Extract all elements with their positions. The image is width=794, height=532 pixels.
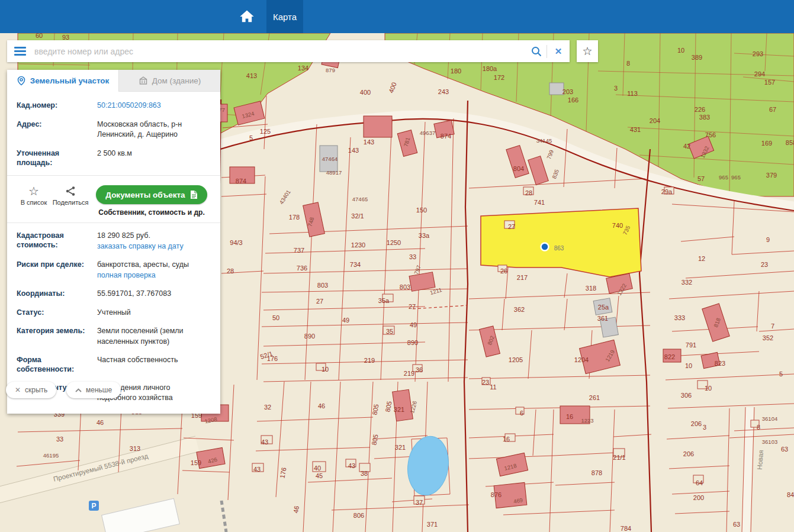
field-status: Статус: Учтенный bbox=[7, 304, 220, 323]
tab-map[interactable]: Карта bbox=[266, 0, 303, 33]
field-label: Кад.номер: bbox=[17, 101, 97, 111]
field-label: Уточненная площадь: bbox=[17, 149, 97, 168]
docs-column: Документы объекта Собственник, стоимость… bbox=[89, 185, 214, 217]
field-value: Учтенный bbox=[97, 308, 211, 318]
tab-building[interactable]: Дом (здание) bbox=[118, 70, 220, 92]
field-value: Частная собственность bbox=[97, 355, 211, 375]
docs-sub-label: Собственник, стоимость и др. bbox=[98, 208, 204, 217]
field-area: Уточненная площадь: 2 500 кв.м bbox=[7, 144, 220, 172]
cost-value: 18 290 825 руб. bbox=[97, 231, 150, 240]
object-info-panel: Земельный участок Дом (здание) Кад.номер… bbox=[7, 70, 220, 414]
field-cad-number: Кад.номер: 50:21:0050209:863 bbox=[7, 96, 220, 115]
clear-icon[interactable]: ✕ bbox=[547, 46, 570, 57]
add-to-list-button[interactable]: ☆ В список bbox=[15, 185, 52, 206]
field-label: Координаты: bbox=[17, 289, 97, 299]
tab-land-parcel[interactable]: Земельный участок bbox=[7, 70, 118, 92]
field-label: Адрес: bbox=[17, 120, 97, 140]
field-value: 55.591701, 37.767083 bbox=[97, 289, 211, 299]
field-label: Кадастровая стоимость: bbox=[17, 231, 97, 252]
hide-panel-button[interactable]: ✕ скрыть bbox=[6, 382, 56, 398]
favorites-button[interactable]: ☆ bbox=[577, 40, 598, 62]
tab-land-parcel-label: Земельный участок bbox=[30, 76, 110, 85]
share-icon bbox=[65, 185, 76, 197]
selected-parcel-marker[interactable] bbox=[541, 243, 549, 251]
field-label: Форма собственности: bbox=[17, 355, 97, 375]
home-button[interactable] bbox=[236, 6, 258, 27]
field-label: Статус: bbox=[17, 308, 97, 318]
field-land-category: Категория земель: Земли поселений (земли… bbox=[7, 322, 220, 351]
share-button[interactable]: Поделиться bbox=[52, 185, 89, 206]
search-bar: ✕ bbox=[7, 40, 570, 62]
chevron-up-icon bbox=[75, 388, 82, 392]
share-label: Поделиться bbox=[53, 199, 89, 206]
object-documents-button[interactable]: Документы объекта bbox=[96, 185, 207, 204]
field-coordinates: Координаты: 55.591701, 37.767083 bbox=[7, 285, 220, 304]
building-icon bbox=[139, 76, 148, 85]
hide-label: скрыть bbox=[25, 386, 47, 394]
star-icon: ☆ bbox=[582, 44, 592, 58]
divider bbox=[7, 223, 220, 223]
field-value: Земли поселений (земли населенных пункто… bbox=[97, 326, 211, 347]
location-pin-icon bbox=[17, 76, 26, 86]
less-label: меньше bbox=[86, 386, 112, 394]
cost-report-link[interactable]: заказать справку на дату bbox=[97, 241, 184, 252]
full-check-link[interactable]: полная проверка bbox=[97, 270, 156, 281]
menu-icon[interactable] bbox=[14, 47, 26, 56]
add-to-list-label: В список bbox=[21, 199, 47, 206]
field-value: Московская область, р-н Ленинский, д. Ащ… bbox=[97, 120, 211, 140]
svg-text:P: P bbox=[91, 502, 96, 510]
close-icon: ✕ bbox=[15, 386, 21, 394]
field-label: Категория земель: bbox=[17, 326, 97, 347]
field-address: Адрес: Московская область, р-н Ленинский… bbox=[7, 115, 220, 144]
divider bbox=[7, 175, 220, 176]
field-cadastral-cost: Кадастровая стоимость: 18 290 825 руб. з… bbox=[7, 227, 220, 256]
search-input[interactable] bbox=[33, 46, 526, 57]
star-outline-icon: ☆ bbox=[28, 185, 39, 197]
collapse-panel-button[interactable]: меньше bbox=[66, 382, 121, 398]
cad-number-link[interactable]: 50:21:0050209:863 bbox=[97, 101, 161, 111]
top-header: Карта bbox=[0, 0, 794, 33]
panel-content: Кад.номер: 50:21:0050209:863 Адрес: Моск… bbox=[7, 92, 220, 414]
field-deal-risks: Риски при сделке: банкротства, аресты, с… bbox=[7, 256, 220, 285]
home-icon bbox=[239, 8, 255, 25]
field-value: 2 500 кв.м bbox=[97, 149, 211, 168]
actions-row: ☆ В список Поделиться Документы объекта bbox=[7, 179, 220, 219]
field-label: Риски при сделке: bbox=[17, 260, 97, 280]
parking-icon: P bbox=[89, 501, 99, 511]
tab-building-label: Дом (здание) bbox=[152, 76, 201, 85]
document-icon bbox=[190, 190, 198, 199]
field-ownership: Форма собственности: Частная собственнос… bbox=[7, 351, 220, 379]
search-icon[interactable] bbox=[526, 46, 547, 57]
panel-tabs: Земельный участок Дом (здание) bbox=[7, 70, 220, 92]
risks-value: банкротства, аресты, суды bbox=[97, 260, 189, 269]
docs-button-label: Документы объекта bbox=[105, 191, 185, 199]
